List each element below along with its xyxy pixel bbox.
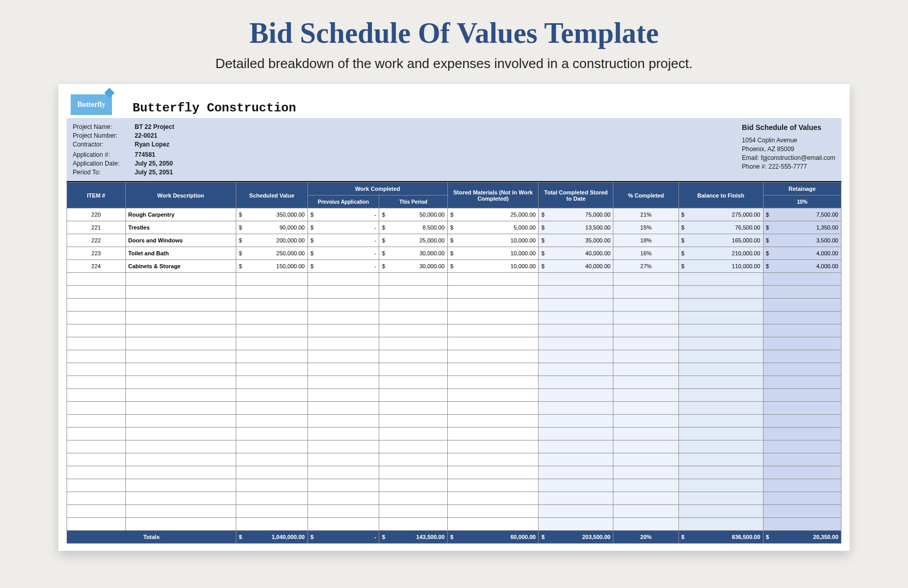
document: Butterfly Butterfly Construction Project… bbox=[58, 84, 850, 551]
cell-sm: $25,000.00 bbox=[447, 208, 539, 221]
th-item: ITEM # bbox=[67, 183, 126, 208]
cell-tc: $35,000.00 bbox=[539, 234, 613, 247]
cell-ret: $7,500.00 bbox=[763, 208, 841, 221]
cell-item: 222 bbox=[67, 234, 126, 247]
cell-pct: 15% bbox=[613, 221, 678, 234]
address-phone: Phone #: 222-555-7777 bbox=[742, 163, 835, 170]
cell-per: $30,000.00 bbox=[379, 260, 447, 273]
cell-prev: $- bbox=[307, 221, 379, 234]
cell-ret: $4,000.00 bbox=[763, 247, 841, 260]
table-row bbox=[67, 402, 841, 415]
cell-desc: Trestles bbox=[125, 221, 236, 234]
values-table: ITEM # Work Description Scheduled Value … bbox=[67, 182, 841, 544]
label-application-no: Application #: bbox=[73, 151, 135, 158]
cell-per: $25,000.00 bbox=[379, 234, 447, 247]
table-row bbox=[67, 479, 841, 492]
cell-prev: $- bbox=[307, 260, 379, 273]
totals-sv: $1,040,000.00 bbox=[236, 531, 307, 544]
table-row: 221Trestles$90,000.00$-$8,500.00$5,000.0… bbox=[67, 221, 841, 234]
table-row bbox=[67, 363, 841, 376]
cell-per: $30,000.00 bbox=[379, 247, 447, 260]
cell-bal: $76,500.00 bbox=[678, 221, 763, 234]
cell-tc: $75,000.00 bbox=[539, 208, 613, 221]
cell-pct: 16% bbox=[613, 247, 678, 260]
value-project-name: BT 22 Project bbox=[135, 123, 238, 130]
company-name: Butterfly Construction bbox=[133, 101, 296, 115]
cell-sm: $5,000.00 bbox=[447, 221, 539, 234]
totals-tc: $203,500.00 bbox=[539, 531, 613, 544]
table-row: 222Doors and Windows$200,000.00$-$25,000… bbox=[67, 234, 841, 247]
document-title: Bid Schedule of Values bbox=[742, 123, 835, 132]
cell-ret: $4,000.00 bbox=[763, 260, 841, 273]
label-contractor: Contractor: bbox=[73, 141, 135, 148]
totals-row: Totals $1,040,000.00 $- $143,500.00 $60,… bbox=[67, 531, 841, 544]
th-work-completed: Work Completed bbox=[307, 183, 447, 195]
document-header: Butterfly Butterfly Construction bbox=[67, 91, 841, 115]
cell-prev: $- bbox=[307, 208, 379, 221]
page-title: Bid Schedule Of Values Template bbox=[0, 0, 908, 50]
totals-label: Totals bbox=[67, 531, 236, 544]
cell-sv: $250,000.00 bbox=[236, 247, 307, 260]
info-band: Project Name: BT 22 Project Project Numb… bbox=[67, 118, 841, 182]
cell-ret: $1,350.00 bbox=[763, 221, 841, 234]
cell-tc: $40,000.00 bbox=[539, 247, 613, 260]
table-row bbox=[67, 324, 841, 337]
label-application-date: Application Date: bbox=[73, 160, 135, 167]
address-block: Bid Schedule of Values 1054 Coplin Avenu… bbox=[742, 123, 835, 176]
totals-bal: $836,500.00 bbox=[678, 531, 763, 544]
cell-sv: $200,000.00 bbox=[236, 234, 307, 247]
address-line2: Phoenix, AZ 85009 bbox=[742, 145, 835, 153]
cell-item: 223 bbox=[67, 247, 126, 260]
totals-per: $143,500.00 bbox=[379, 531, 447, 544]
th-desc: Work Description bbox=[125, 183, 236, 208]
table-row bbox=[67, 440, 841, 453]
th-pct: % Completed bbox=[613, 183, 678, 208]
company-logo: Butterfly bbox=[71, 94, 112, 115]
cell-sm: $10,000.00 bbox=[447, 234, 539, 247]
table-row bbox=[67, 415, 841, 428]
cell-bal: $110,000.00 bbox=[678, 260, 763, 273]
cell-pct: 27% bbox=[613, 260, 678, 273]
label-period-to: Period To: bbox=[73, 169, 135, 176]
cell-item: 220 bbox=[67, 208, 126, 221]
th-retainage: Retainage bbox=[763, 183, 841, 195]
totals-pct: 20% bbox=[613, 531, 678, 544]
cell-sm: $10,000.00 bbox=[447, 260, 539, 273]
page-subtitle: Detailed breakdown of the work and expen… bbox=[0, 56, 908, 72]
cell-sv: $90,000.00 bbox=[236, 221, 307, 234]
table-row bbox=[67, 312, 841, 324]
th-ret-pct: 10% bbox=[763, 195, 841, 208]
table-row bbox=[67, 273, 841, 286]
table-row bbox=[67, 337, 841, 350]
cell-prev: $- bbox=[307, 234, 379, 247]
value-application-no: 774581 bbox=[135, 151, 238, 158]
label-project-name: Project Name: bbox=[73, 123, 135, 130]
cell-tc: $13,500.00 bbox=[539, 221, 613, 234]
table-row bbox=[67, 376, 841, 389]
table-row: 220Rough Carpentry$350,000.00$-$50,000.0… bbox=[67, 208, 841, 221]
project-meta: Project Name: BT 22 Project Project Numb… bbox=[73, 123, 238, 176]
th-scheduled: Scheduled Value bbox=[236, 183, 307, 208]
cell-pct: 21% bbox=[613, 208, 678, 221]
table-row: 223Toilet and Bath$250,000.00$-$30,000.0… bbox=[67, 247, 841, 260]
cell-desc: Cabinets & Storage bbox=[125, 260, 236, 273]
table-row bbox=[67, 389, 841, 402]
th-total-completed: Total Completed Stored to Date bbox=[539, 183, 613, 208]
table-row bbox=[67, 518, 841, 531]
table-row bbox=[67, 492, 841, 505]
table-row bbox=[67, 466, 841, 479]
table-row: 224Cabinets & Storage$150,000.00$-$30,00… bbox=[67, 260, 841, 273]
totals-ret: $20,350.00 bbox=[763, 531, 841, 544]
cell-desc: Rough Carpentry bbox=[125, 208, 236, 221]
cell-pct: 18% bbox=[613, 234, 678, 247]
cell-prev: $- bbox=[307, 247, 379, 260]
cell-item: 224 bbox=[67, 260, 126, 273]
value-period-to: July 25, 2051 bbox=[135, 169, 238, 176]
cell-bal: $165,000.00 bbox=[678, 234, 763, 247]
cell-per: $8,500.00 bbox=[379, 221, 447, 234]
cell-desc: Toilet and Bath bbox=[125, 247, 236, 260]
th-period: This Period bbox=[379, 195, 447, 208]
totals-sm: $60,000.00 bbox=[447, 531, 539, 544]
address-line1: 1054 Coplin Avenue bbox=[742, 137, 835, 144]
th-prev: Prevoius Application bbox=[307, 195, 379, 208]
